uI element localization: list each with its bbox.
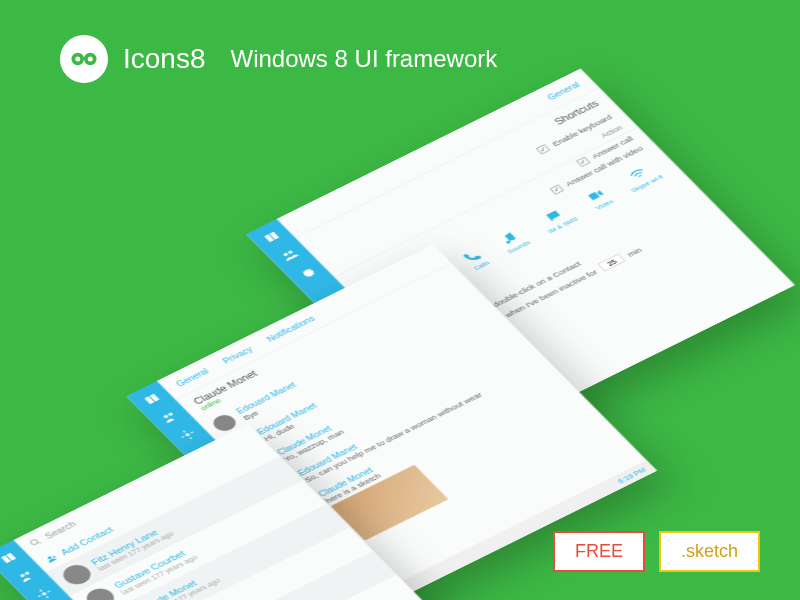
svg-point-3 — [88, 57, 93, 62]
svg-point-5 — [287, 250, 293, 254]
unit-label: min — [625, 246, 643, 258]
gear-icon[interactable] — [32, 585, 56, 600]
book-icon[interactable] — [0, 550, 21, 567]
avatar — [81, 585, 119, 600]
people-icon[interactable] — [278, 247, 302, 264]
tagline: Windows 8 UI framework — [231, 45, 498, 73]
icon-tab-calls[interactable]: Calls — [461, 248, 492, 272]
sketch-badge[interactable]: .sketch — [659, 531, 760, 572]
svg-point-16 — [41, 592, 47, 596]
tab-notifications[interactable]: Notifications — [265, 314, 317, 343]
icon-tab-im[interactable]: IM & SMS — [535, 204, 580, 235]
icon-tab-wifi[interactable]: Skype wi-fi — [618, 162, 665, 194]
book-icon[interactable] — [260, 229, 284, 246]
svg-point-14 — [20, 574, 26, 578]
book-icon[interactable] — [141, 391, 165, 408]
page-header: Icons8 Windows 8 UI framework — [60, 35, 497, 83]
svg-point-2 — [75, 57, 80, 62]
tab-general[interactable]: General — [174, 367, 211, 389]
icon-tab-video[interactable]: Video — [583, 187, 615, 212]
icon-tab-sounds[interactable]: Sounds — [494, 228, 532, 255]
svg-point-4 — [283, 252, 289, 256]
svg-point-12 — [168, 412, 174, 416]
brand-name: Icons8 — [123, 43, 206, 75]
svg-point-15 — [24, 571, 30, 575]
search-icon — [27, 536, 44, 548]
svg-point-17 — [29, 538, 39, 545]
svg-point-11 — [163, 414, 169, 418]
gear-icon[interactable] — [176, 426, 200, 443]
avatar — [58, 561, 96, 588]
download-badges: FREE .sketch — [553, 531, 760, 572]
gear-icon[interactable] — [295, 264, 319, 281]
people-icon[interactable] — [158, 409, 182, 426]
svg-point-13 — [185, 433, 191, 437]
free-badge[interactable]: FREE — [553, 531, 645, 572]
icons8-logo — [60, 35, 108, 83]
tab-privacy[interactable]: Privacy — [220, 345, 254, 365]
people-icon[interactable] — [15, 568, 39, 585]
settings-main: General Shortcuts ✓ Enable keyboard Acti… — [277, 69, 795, 436]
add-user-icon — [43, 552, 60, 564]
status-time: 6:19 PM — [616, 466, 647, 484]
video-icon — [584, 187, 608, 204]
phone-icon — [461, 248, 485, 265]
